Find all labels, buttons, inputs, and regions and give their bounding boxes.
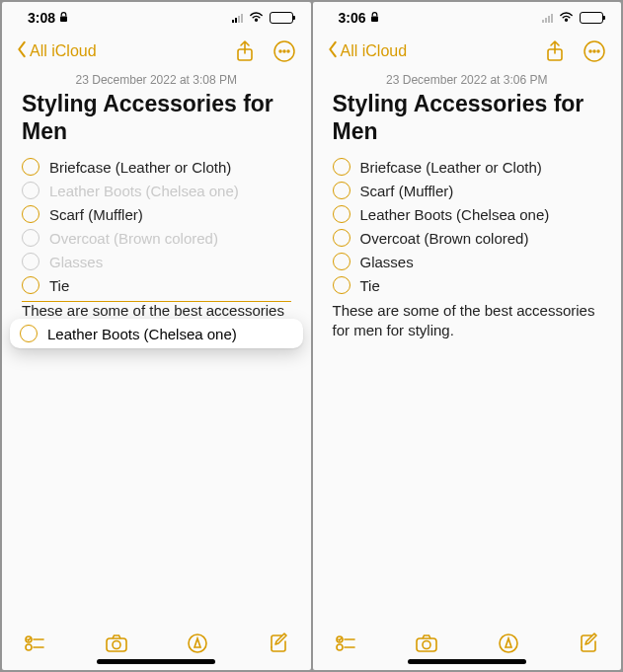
- dragging-item-label: Leather Boots (Chelsea one): [47, 326, 237, 342]
- chevron-left-icon: [327, 40, 339, 62]
- check-circle-icon[interactable]: [333, 182, 350, 199]
- check-circle-icon: [20, 325, 38, 342]
- markup-button[interactable]: [187, 633, 208, 658]
- check-circle-icon[interactable]: [22, 276, 39, 294]
- lock-icon: [59, 12, 68, 25]
- note-content[interactable]: Styling Accessories for Men Briefcase (L…: [2, 87, 311, 621]
- svg-point-3: [279, 50, 281, 52]
- checklist: Briefcase (Leather or Cloth) Scarf (Muff…: [333, 155, 602, 297]
- svg-point-5: [287, 50, 289, 52]
- wifi-icon: [559, 10, 574, 26]
- dragging-item[interactable]: Leather Boots (Chelsea one): [10, 319, 303, 348]
- check-item-label: Tie: [360, 277, 380, 294]
- camera-button[interactable]: [105, 633, 128, 658]
- check-item-label: Overcoat (Brown colored): [49, 230, 218, 247]
- checklist-button[interactable]: [335, 633, 356, 658]
- lock-icon: [370, 12, 379, 25]
- check-item-label: Scarf (Muffler): [360, 183, 454, 199]
- back-label: All iCloud: [30, 42, 97, 60]
- share-button[interactable]: [542, 38, 568, 64]
- check-item[interactable]: Glasses: [22, 250, 291, 273]
- check-item[interactable]: Tie: [22, 273, 291, 297]
- check-circle-icon: [22, 182, 39, 199]
- svg-point-21: [337, 644, 343, 650]
- back-button[interactable]: All iCloud: [327, 40, 408, 62]
- svg-point-4: [283, 50, 285, 52]
- nav-bar: All iCloud: [313, 34, 622, 69]
- check-item-label: Briefcase (Leather or Cloth): [49, 159, 231, 176]
- checklist-button[interactable]: [24, 633, 45, 658]
- note-title: Styling Accessories for Men: [333, 91, 602, 145]
- status-bar: 3:06: [313, 2, 622, 34]
- more-button[interactable]: [272, 38, 297, 64]
- note-content[interactable]: Styling Accessories for Men Briefcase (L…: [313, 87, 622, 621]
- check-circle-icon[interactable]: [333, 205, 350, 223]
- check-circle-icon[interactable]: [333, 253, 350, 270]
- wifi-icon: [249, 10, 264, 26]
- svg-rect-0: [60, 16, 67, 22]
- cellular-icon: [232, 14, 243, 23]
- svg-point-17: [593, 50, 595, 52]
- check-item[interactable]: Overcoat (Brown colored): [22, 226, 291, 250]
- drop-indicator: [22, 301, 291, 302]
- home-indicator[interactable]: [408, 659, 526, 664]
- phone-right: 3:06 All iCloud 2: [313, 2, 622, 670]
- note-date: 23 December 2022 at 3:06 PM: [313, 69, 622, 87]
- checklist: Briefcase (Leather or Cloth) Leather Boo…: [22, 155, 291, 297]
- check-item-label: Briefcase (Leather or Cloth): [360, 159, 542, 176]
- check-circle-icon[interactable]: [22, 158, 39, 176]
- check-item[interactable]: Scarf (Muffler): [22, 202, 291, 226]
- check-circle-icon[interactable]: [22, 229, 39, 247]
- note-title: Styling Accessories for Men: [22, 91, 291, 145]
- status-time: 3:08: [28, 10, 55, 26]
- markup-button[interactable]: [498, 633, 519, 658]
- nav-bar: All iCloud: [2, 34, 311, 69]
- battery-icon: [270, 12, 293, 24]
- camera-button[interactable]: [415, 633, 438, 658]
- check-item-label: Scarf (Muffler): [49, 206, 143, 223]
- svg-point-16: [589, 50, 591, 52]
- status-time: 3:06: [339, 10, 366, 26]
- check-item-label: Glasses: [360, 254, 414, 270]
- status-bar: 3:08: [2, 2, 311, 34]
- check-circle-icon[interactable]: [333, 229, 350, 247]
- check-item[interactable]: Leather Boots (Chelsea one): [333, 202, 602, 226]
- svg-point-8: [26, 644, 32, 650]
- check-item-label: Leather Boots (Chelsea one): [49, 183, 239, 199]
- check-item[interactable]: Scarf (Muffler): [333, 179, 602, 202]
- check-item-label: Leather Boots (Chelsea one): [360, 206, 550, 223]
- share-button[interactable]: [232, 38, 258, 64]
- back-button[interactable]: All iCloud: [16, 40, 97, 62]
- check-item[interactable]: Overcoat (Brown colored): [333, 226, 602, 250]
- svg-point-11: [113, 641, 120, 649]
- check-item-label: Overcoat (Brown colored): [360, 230, 529, 247]
- check-circle-icon[interactable]: [22, 205, 39, 223]
- svg-point-24: [423, 641, 430, 649]
- check-item-ghost: Leather Boots (Chelsea one): [22, 179, 291, 202]
- cellular-icon: [542, 14, 553, 23]
- check-item[interactable]: Glasses: [333, 250, 602, 273]
- note-body: These are some of the best accessories f…: [333, 301, 602, 341]
- chevron-left-icon: [16, 40, 28, 62]
- back-label: All iCloud: [341, 42, 408, 60]
- check-item[interactable]: Tie: [333, 273, 602, 297]
- check-circle-icon[interactable]: [22, 253, 39, 270]
- battery-icon: [580, 12, 603, 24]
- check-item[interactable]: Briefcase (Leather or Cloth): [22, 155, 291, 179]
- note-date: 23 December 2022 at 3:08 PM: [2, 69, 311, 87]
- check-item-label: Tie: [49, 277, 69, 294]
- check-item[interactable]: Briefcase (Leather or Cloth): [333, 155, 602, 179]
- more-button[interactable]: [582, 38, 607, 64]
- check-circle-icon[interactable]: [333, 158, 350, 176]
- svg-point-18: [597, 50, 599, 52]
- compose-button[interactable]: [268, 633, 289, 658]
- check-item-label: Glasses: [49, 254, 103, 270]
- check-circle-icon[interactable]: [333, 276, 350, 294]
- phone-left: 3:08 All iCloud 2: [2, 2, 311, 670]
- compose-button[interactable]: [578, 633, 599, 658]
- svg-rect-13: [371, 16, 378, 22]
- home-indicator[interactable]: [97, 659, 215, 664]
